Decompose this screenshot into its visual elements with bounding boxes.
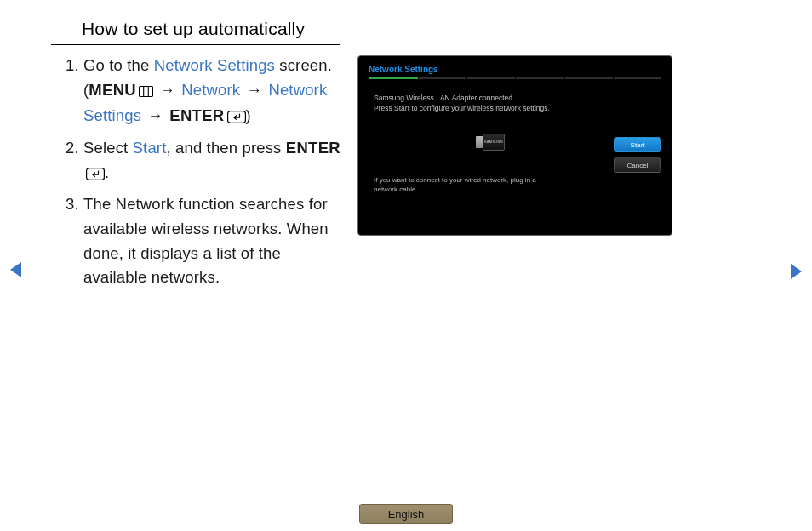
tab-active [369,77,418,79]
content-row: Go to the Network Settings screen. (MENU… [51,54,761,295]
svg-rect-4 [87,168,105,180]
svg-marker-6 [791,264,802,279]
tab-inactive [466,77,515,79]
enter-icon [227,106,246,131]
screenshot-tabline [369,77,661,79]
tv-screenshot: Network Settings Samsung Wireless LAN Ad… [357,55,672,236]
text: Go to the [83,56,154,74]
tab-inactive [418,77,466,79]
msg-line: Samsung Wireless LAN Adapter connected. [374,93,607,103]
menu-label: MENU [89,81,136,99]
adapter-body: SAMSUNG [483,134,505,151]
language-tab[interactable]: English [359,504,453,524]
adapter-plug [476,136,483,148]
screenshot-note: If you want to connect to your wired net… [374,175,607,195]
cancel-button[interactable]: Cancel [614,157,661,173]
screenshot-column: Network Settings Samsung Wireless LAN Ad… [357,54,761,295]
screenshot-title: Network Settings [369,65,661,74]
tab-inactive [564,77,613,79]
screenshot-message: Samsung Wireless LAN Adapter connected. … [374,93,607,114]
enter-label: ENTER [286,139,340,157]
screenshot-main: Samsung Wireless LAN Adapter connected. … [369,93,607,195]
link-network-settings: Network Settings [154,56,275,74]
adapter-icon: SAMSUNG [476,133,505,151]
screenshot-side-buttons: Start Cancel [614,93,661,195]
instructions-column: Go to the Network Settings screen. (MENU… [51,54,340,295]
page-title: How to set up automatically [51,19,340,45]
prev-page-button[interactable] [9,260,298,279]
menu-icon [139,80,153,105]
svg-marker-5 [10,262,21,277]
tab-inactive [613,77,661,79]
svg-rect-3 [227,111,245,123]
text: ) [246,106,251,124]
text: Select [83,139,133,157]
svg-rect-0 [139,86,152,96]
note-line: network cable. [374,185,607,195]
enter-label: ENTER [169,106,224,124]
arrow-icon: → [147,104,163,128]
text: , and then press [166,139,285,157]
enter-icon [86,163,105,188]
note-line: If you want to connect to your wired net… [374,175,607,186]
screenshot-body: Samsung Wireless LAN Adapter connected. … [369,93,661,195]
arrow-icon: → [246,78,262,103]
msg-line: Press Start to configure your wireless n… [374,103,607,113]
step-1: Go to the Network Settings screen. (MENU… [83,54,340,131]
adapter-brand: SAMSUNG [484,140,503,144]
start-button[interactable]: Start [614,137,661,152]
text: . [105,163,109,181]
link-start: Start [133,139,167,157]
next-page-button[interactable] [788,260,803,281]
link-network: Network [181,81,240,99]
steps-list: Go to the Network Settings screen. (MENU… [51,54,340,290]
arrow-icon: → [159,78,175,103]
step-2: Select Start, and then press ENTER. [83,136,340,187]
tab-inactive [515,77,563,79]
